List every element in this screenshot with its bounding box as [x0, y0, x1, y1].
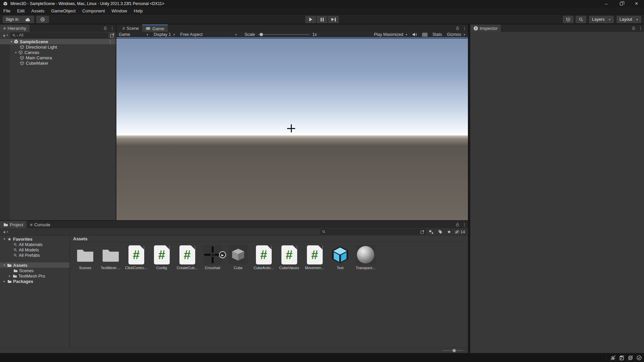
layout-dropdown[interactable]: Layout ▼	[616, 16, 641, 23]
panel-menu-icon[interactable]: ⋮	[462, 222, 467, 227]
asset-tile-config[interactable]: # Config	[149, 245, 174, 270]
asset-tile-scenes[interactable]: Scenes	[72, 245, 98, 270]
tab-inspector[interactable]: i Inspector	[470, 24, 501, 32]
asset-tile-text[interactable]: Text	[327, 245, 353, 270]
cache-server-slash-icon[interactable]	[619, 355, 625, 361]
menu-file[interactable]: File	[0, 7, 14, 14]
menu-assets[interactable]: Assets	[28, 7, 48, 14]
tree-item-textmesh-pro[interactable]: ▸ TextMesh Pro	[0, 273, 69, 279]
open-search-window-icon[interactable]	[420, 230, 424, 234]
sign-in-button[interactable]: Sign in	[3, 16, 21, 23]
progress-check-icon[interactable]	[636, 355, 642, 361]
play-button[interactable]	[305, 16, 316, 23]
search-by-type-icon[interactable]	[429, 230, 434, 234]
eye-slash-icon	[454, 230, 460, 234]
panel-menu-icon[interactable]: ⋮	[462, 26, 467, 31]
lock-icon[interactable]	[455, 223, 460, 227]
pause-button[interactable]	[317, 16, 327, 23]
search-icon	[12, 34, 16, 37]
asset-preview-play-icon[interactable]: ▶	[219, 251, 226, 258]
scale-slider-handle[interactable]	[260, 33, 263, 36]
asset-tile-cubeactions[interactable]: # CubeActio...	[251, 245, 276, 270]
hierarchy-item-main-camera[interactable]: Main Camera	[0, 55, 116, 60]
project-search-input[interactable]	[320, 229, 426, 235]
mute-audio-button[interactable]	[410, 32, 420, 38]
aspect-label: Free Aspect	[180, 32, 203, 37]
hierarchy-tree: ▾ SampleScene ⋮ Directional Light ▸ Canv…	[0, 39, 116, 66]
asset-tile-transparent[interactable]: Transpare...	[353, 245, 378, 270]
tab-hierarchy[interactable]: ≡ Hierarchy	[0, 24, 30, 32]
scene-options-icon[interactable]: ⋮	[108, 39, 112, 44]
create-asset-button[interactable]: + ▾	[2, 229, 9, 235]
menu-component[interactable]: Component	[79, 7, 108, 14]
debugger-slash-icon[interactable]	[610, 355, 616, 361]
search-everything-button[interactable]	[576, 16, 586, 23]
panel-menu-icon[interactable]: ⋮	[638, 26, 643, 31]
aspect-dropdown[interactable]: Free Aspect ▼	[178, 32, 239, 38]
close-button[interactable]: ×	[629, 0, 644, 7]
scale-slider[interactable]	[258, 34, 310, 35]
create-object-button[interactable]: + ▾	[1, 33, 9, 38]
game-viewport[interactable]	[116, 39, 468, 220]
hierarchy-item-directional-light[interactable]: Directional Light	[0, 44, 116, 50]
lock-icon[interactable]	[103, 26, 107, 30]
tree-item-all-materials[interactable]: All Materials	[0, 242, 69, 247]
undo-history-button[interactable]	[563, 16, 574, 23]
tree-item-packages[interactable]: ▸ Packages	[0, 279, 69, 284]
chevron-down-icon: ▾	[7, 34, 8, 37]
asset-tile-cube[interactable]: Cube	[225, 245, 251, 270]
tab-project[interactable]: Project	[0, 221, 26, 228]
tab-game[interactable]: Game	[142, 24, 167, 32]
tree-item-favorites[interactable]: ▾ ★ Favorites	[0, 236, 69, 242]
favorites-star-icon[interactable]: ★	[447, 229, 451, 234]
menu-edit[interactable]: Edit	[14, 7, 28, 14]
lock-icon[interactable]	[455, 26, 460, 30]
expand-caret-icon[interactable]: ▸	[14, 51, 18, 54]
expand-caret-icon[interactable]: ▾	[9, 40, 13, 43]
cloud-button[interactable]	[21, 16, 34, 23]
menu-gameobject[interactable]: GameObject	[48, 7, 79, 14]
asset-tile-createcube[interactable]: # CreateCub...	[174, 245, 200, 270]
asset-tile-crosshair[interactable]: ▶ Crosshair	[200, 245, 225, 270]
tab-scene[interactable]: # Scene	[119, 24, 142, 32]
display-dropdown[interactable]: Display 1 ▼	[151, 32, 177, 38]
tree-item-scenes[interactable]: Scenes	[0, 268, 69, 273]
hierarchy-search-input[interactable]: ▾ All	[10, 33, 108, 38]
thumbnail-size-slider[interactable]	[442, 350, 463, 351]
cube-prefab-icon	[228, 245, 248, 264]
hierarchy-item-samplescene[interactable]: ▾ SampleScene ⋮	[0, 39, 116, 44]
grid-toggle-button[interactable]	[420, 32, 430, 38]
tree-item-assets[interactable]: ▾ Assets	[0, 262, 69, 268]
open-search-window-icon[interactable]	[110, 33, 114, 38]
layers-dropdown[interactable]: Layers ▼	[589, 16, 614, 23]
hierarchy-item-cubemaker[interactable]: CubeMaker	[0, 60, 116, 66]
search-by-label-icon[interactable]	[438, 230, 443, 234]
asset-tile-textmesh[interactable]: TextMesh ...	[98, 245, 123, 270]
expand-caret-icon[interactable]: ▸	[2, 280, 7, 283]
menu-window[interactable]: Window	[108, 7, 130, 14]
expand-caret-icon[interactable]: ▾	[2, 237, 7, 241]
gizmos-dropdown[interactable]: Gizmos ▼	[445, 32, 468, 38]
restore-button[interactable]	[614, 0, 629, 7]
tree-item-all-prefabs[interactable]: All Prefabs	[0, 252, 69, 258]
hierarchy-item-canvas[interactable]: ▸ Canvas	[0, 50, 116, 55]
hidden-packages-toggle[interactable]: 14	[454, 230, 465, 234]
tab-console[interactable]: ≡ Console	[26, 221, 53, 228]
asset-tile-cubevalues[interactable]: # CubeValues	[276, 245, 302, 270]
thumbnail-size-handle[interactable]	[452, 349, 456, 352]
lock-icon[interactable]	[632, 26, 636, 30]
collab-offline-icon[interactable]	[628, 355, 633, 361]
services-button[interactable]	[36, 16, 49, 23]
panel-menu-icon[interactable]: ⋮	[110, 26, 114, 31]
expand-caret-icon[interactable]: ▾	[2, 263, 7, 267]
game-mode-dropdown[interactable]: Game ▼	[116, 32, 151, 38]
asset-tile-clickcontroller[interactable]: # ClickContro...	[123, 245, 149, 270]
play-maximized-dropdown[interactable]: Play Maximized ▼	[372, 32, 410, 38]
tree-item-all-models[interactable]: All Models	[0, 247, 69, 252]
asset-tile-movement[interactable]: # Movemen...	[302, 245, 327, 270]
step-button[interactable]	[328, 16, 339, 23]
expand-caret-icon[interactable]: ▸	[7, 274, 12, 278]
minimize-button[interactable]: –	[599, 0, 614, 7]
stats-toggle-button[interactable]: Stats	[430, 32, 444, 38]
menu-help[interactable]: Help	[130, 7, 146, 14]
